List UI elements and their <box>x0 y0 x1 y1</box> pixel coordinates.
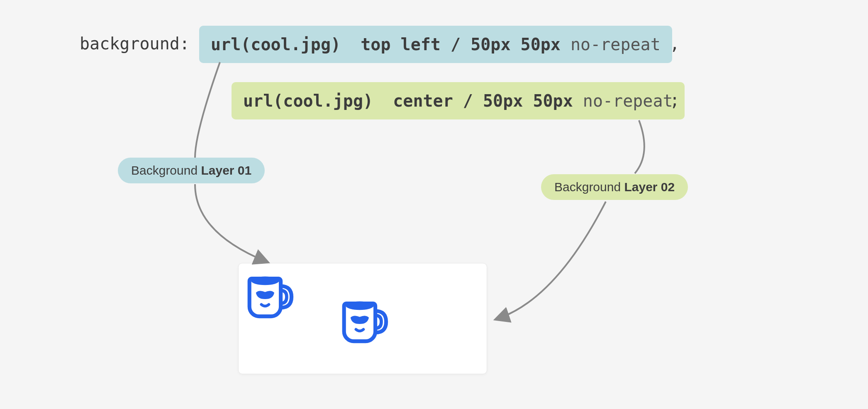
mug-icon <box>336 292 390 346</box>
diagram-canvas: background: url(cool.jpg) top left / 50p… <box>0 0 868 409</box>
layer2-label-pill: Background Layer 02 <box>541 174 688 200</box>
layer2-label-prefix: Background <box>554 180 624 194</box>
layer2-url: url(cool.jpg) <box>243 91 373 110</box>
layer1-url: url(cool.jpg) <box>211 35 341 54</box>
layer2-position-size: center / 50px 50px <box>393 91 573 110</box>
layer1-code-block: url(cool.jpg) top left / 50px 50px no-re… <box>199 26 672 63</box>
svg-point-1 <box>346 301 374 310</box>
css-property-name: background: <box>80 34 190 53</box>
result-preview-box <box>238 263 487 374</box>
svg-point-0 <box>251 276 279 285</box>
layer1-label-prefix: Background <box>131 163 201 177</box>
layer2-trailing-semicolon: ; <box>670 90 680 110</box>
layer1-position-size: top left / 50px 50px <box>361 35 561 54</box>
layer2-repeat: no-repeat <box>583 91 673 110</box>
layer1-repeat: no-repeat <box>571 35 661 54</box>
layer2-code-block: url(cool.jpg) center / 50px 50px no-repe… <box>232 82 685 119</box>
layer2-label-bold: Layer 02 <box>624 180 675 194</box>
layer1-label-pill: Background Layer 01 <box>118 158 265 183</box>
mug-icon <box>242 267 296 321</box>
layer1-label-bold: Layer 01 <box>201 163 251 177</box>
layer1-trailing-comma: , <box>670 34 680 53</box>
